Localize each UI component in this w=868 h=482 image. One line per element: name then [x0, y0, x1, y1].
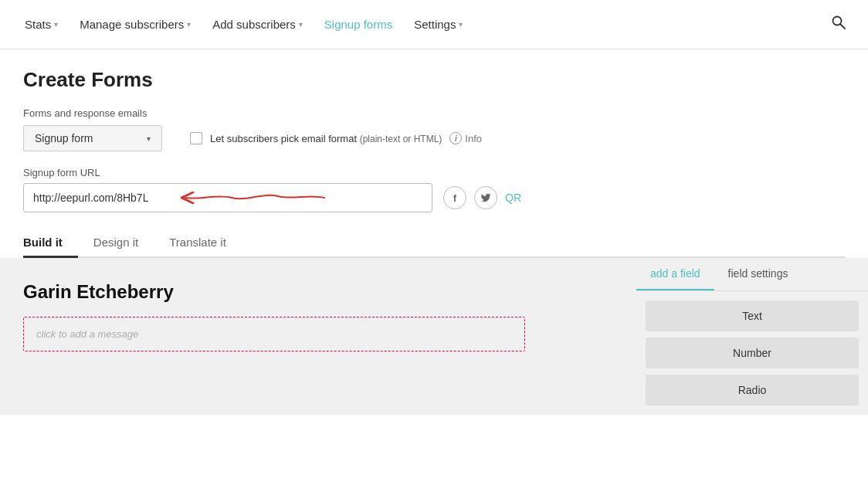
builder-left-panel: Garin Etcheberry click to add a message: [0, 258, 636, 415]
top-nav: Stats ▾ Manage subscribers ▾ Add subscri…: [0, 0, 868, 49]
search-icon[interactable]: [825, 8, 853, 40]
dropdown-value: Signup form: [35, 132, 93, 144]
builder-area: Garin Etcheberry click to add a message …: [0, 258, 868, 415]
builder-tabs-row: Build it Design it Translate it: [23, 228, 845, 258]
panel-tabs-row: add a field field settings: [636, 258, 868, 291]
url-row: http://eepurl.com/8Hb7L f: [23, 183, 845, 212]
form-type-dropdown[interactable]: Signup form ▾: [23, 125, 162, 151]
field-buttons-list: Text Number Radio: [636, 291, 868, 415]
qr-link[interactable]: QR: [505, 192, 521, 204]
field-button-number[interactable]: Number: [646, 338, 859, 368]
url-input-wrapper: http://eepurl.com/8Hb7L: [23, 183, 432, 212]
info-icon: i: [449, 132, 462, 144]
field-button-text[interactable]: Text: [646, 300, 859, 331]
nav-label-settings: Settings: [414, 18, 456, 31]
field-button-radio[interactable]: Radio: [646, 375, 859, 406]
panel-tab-field-settings[interactable]: field settings: [714, 258, 802, 290]
form-title: Garin Etcheberry: [23, 281, 613, 303]
main-content: Create Forms Forms and response emails S…: [0, 49, 868, 258]
social-icons-row: f QR: [443, 186, 521, 209]
nav-label-add-subscribers: Add subscribers: [212, 18, 296, 31]
chevron-icon-add: ▾: [299, 20, 303, 29]
svg-line-1: [841, 25, 846, 29]
page-title: Create Forms: [23, 68, 845, 92]
info-button[interactable]: i Info: [449, 132, 482, 144]
forms-label: Forms and response emails: [23, 107, 845, 119]
nav-item-signup-forms[interactable]: Signup forms: [315, 12, 402, 37]
twitter-icon[interactable]: [474, 186, 497, 209]
nav-item-manage-subscribers[interactable]: Manage subscribers ▾: [70, 12, 200, 37]
nav-item-add-subscribers[interactable]: Add subscribers ▾: [203, 12, 312, 37]
tab-design-it[interactable]: Design it: [93, 228, 154, 256]
tab-translate-it[interactable]: Translate it: [169, 228, 242, 256]
dropdown-chevron-icon: ▾: [147, 134, 151, 143]
form-options-row: Signup form ▾ Let subscribers pick email…: [23, 125, 845, 151]
signup-url-input[interactable]: http://eepurl.com/8Hb7L: [23, 183, 432, 212]
email-format-checkbox[interactable]: [190, 132, 202, 144]
chevron-icon-manage: ▾: [187, 20, 191, 29]
panel-tab-add-field[interactable]: add a field: [636, 258, 714, 290]
nav-item-settings[interactable]: Settings ▾: [405, 12, 472, 37]
tab-build-it[interactable]: Build it: [23, 228, 78, 256]
nav-label-manage-subscribers: Manage subscribers: [80, 18, 184, 31]
info-label: Info: [465, 133, 482, 144]
nav-label-stats: Stats: [25, 18, 51, 31]
url-label: Signup form URL: [23, 167, 845, 178]
url-section: Signup form URL http://eepurl.com/8Hb7L: [23, 167, 845, 212]
email-format-checkbox-row: Let subscribers pick email format (plain…: [190, 132, 482, 144]
nav-item-stats[interactable]: Stats ▾: [15, 12, 67, 37]
chevron-icon-stats: ▾: [54, 20, 58, 29]
right-panel: add a field field settings Text Number R…: [636, 258, 868, 415]
chevron-icon-settings: ▾: [459, 20, 463, 29]
checkbox-label: Let subscribers pick email format (plain…: [210, 133, 442, 144]
nav-label-signup-forms: Signup forms: [324, 18, 392, 31]
facebook-icon[interactable]: f: [443, 186, 466, 209]
checkbox-sublabel: (plain-text or HTML): [360, 134, 442, 144]
svg-point-0: [833, 17, 842, 25]
message-placeholder[interactable]: click to add a message: [23, 317, 525, 351]
